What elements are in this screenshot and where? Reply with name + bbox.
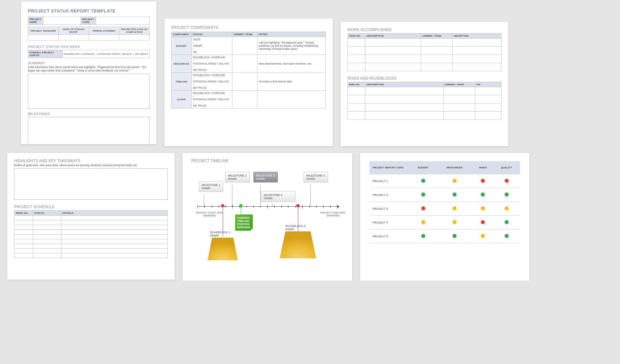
status-dot <box>505 179 509 183</box>
summary-help: Enter information here about overall sta… <box>28 66 150 72</box>
page-title: PROJECT STATUS REPORT TEMPLATE <box>28 8 150 13</box>
scorecard-table: PROJECT REPORT CARD BUDGET RESOURCES RIS… <box>369 161 520 243</box>
timeline-axis <box>198 206 337 207</box>
roadblock-2-dot <box>296 204 299 207</box>
trapezoid-icon <box>280 231 316 258</box>
scorecard-row: PROJECT 4 <box>369 216 520 229</box>
scorecard-row: PROJECT 1 <box>369 174 520 188</box>
trapezoid-icon <box>208 238 238 260</box>
page-1: PROJECT STATUS REPORT TEMPLATE PROJECT N… <box>21 2 156 144</box>
work-title: WORK ACCOMPLISHED <box>347 28 501 32</box>
current-position-dot <box>239 204 242 207</box>
page-2: PROJECT COMPONENTS COMPONENT STATUS OWNE… <box>164 18 333 146</box>
page-4: HIGHLIGHTS AND KEY TAKEAWAYS Bullets of … <box>7 153 175 280</box>
schedule-title: PROJECT SCHEDULE <box>14 205 168 209</box>
highlights-help: Bullets of great work, who owns what, wh… <box>14 164 168 167</box>
status-week-title: PROJECT STATUS THIS WEEK <box>28 45 150 49</box>
status-dot <box>481 179 485 183</box>
roadblock-1: ROADBLOCK 1Details <box>210 231 230 237</box>
milestone-1: MILESTONE 1Details <box>199 181 223 192</box>
scorecard-row: PROJECT 2 <box>369 188 520 202</box>
status-legend-table: OVERALL PROJECT STATUS ROADBLOCK / OVERA… <box>28 50 150 58</box>
label-project-code: PROJECT CODE <box>81 17 96 25</box>
scorecard-row: PROJECT 5 <box>369 229 520 243</box>
roadblock-2: ROADBLOCK 2Details <box>285 224 305 231</box>
roadblock-1-dot <box>221 204 224 207</box>
milestone-2: MILESTONE 2Details <box>225 172 250 182</box>
risks-table: RISK NO.DESCRIPTIONOWNER / TEAMFIX <box>347 82 501 120</box>
milestone-5: MILESTONE 5Details <box>304 172 328 182</box>
components-title: PROJECT COMPONENTS <box>171 25 326 30</box>
status-dot <box>421 179 425 183</box>
start-date-label: PROJECT START DATE00/00/0000 <box>196 211 223 217</box>
svg-marker-0 <box>208 238 238 260</box>
project-meta-table: PROJECT NAME PROJECT CODE <box>28 17 150 25</box>
page-5: PROJECT TIMELINE PROJECT START DATE00/00… <box>183 153 352 281</box>
summary-box[interactable] <box>28 74 150 109</box>
highlights-box[interactable] <box>14 168 168 200</box>
label-project-name: PROJECT NAME <box>28 17 43 25</box>
work-table: TASK NO.DESCRIPTIONOWNER / TEAMRECEPTION <box>347 33 501 71</box>
milestones-box[interactable] <box>28 117 150 144</box>
project-meta-table-2: PROJECT MANAGER DATE OF STATUS ENTRY PER… <box>28 27 150 40</box>
highlights-title: HIGHLIGHTS AND KEY TAKEAWAYS <box>14 159 168 163</box>
schedule-table: WEEK NO.STATUSDETAILS <box>14 210 168 258</box>
risks-title: RISKS AND ROADBLOCKS <box>347 76 501 81</box>
scorecard-row: PROJECT 3 <box>369 202 520 216</box>
timeline-title: PROJECT TIMELINE <box>191 159 343 163</box>
milestone-4: MILESTONE 4Details <box>261 191 295 202</box>
svg-marker-1 <box>280 231 316 258</box>
components-table: COMPONENT STATUS OWNER / TEAM NOTES BUDG… <box>171 32 326 108</box>
current-position-note: CURRENT TIMELINE POSITION00/00/0000 <box>235 214 253 231</box>
milestone-3: MILESTONE 3Details <box>253 172 278 182</box>
status-dot <box>453 179 457 183</box>
end-date-label: PROJECT END DATE00/00/0000 <box>321 211 345 217</box>
page-3: WORK ACCOMPLISHED TASK NO.DESCRIPTIONOWN… <box>341 22 508 146</box>
page-6: PROJECT REPORT CARD BUDGET RESOURCES RIS… <box>360 153 529 281</box>
